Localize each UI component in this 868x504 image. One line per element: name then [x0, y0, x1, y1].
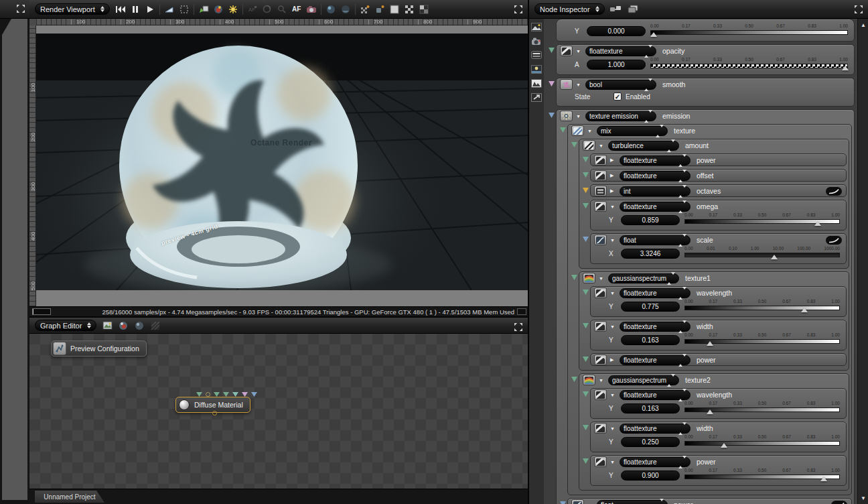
input-pin-blue[interactable] — [251, 392, 257, 397]
input-pin-teal[interactable] — [232, 392, 238, 397]
expander-icon[interactable]: ▶ — [610, 188, 616, 194]
tree-collapse-arrow[interactable] — [549, 48, 555, 53]
expand-icon[interactable] — [514, 5, 524, 15]
slider-bar[interactable] — [684, 441, 840, 446]
camera-picker-icon[interactable] — [305, 3, 318, 15]
slider[interactable]: 0.000.170.330.500.670.831.00 — [684, 332, 840, 346]
slider[interactable]: 0.000.170.330.500.670.831.00 — [684, 299, 840, 312]
tree-collapse-arrow[interactable] — [549, 113, 555, 118]
render-image[interactable]: Octane Render preview - 4cm grid — [36, 34, 528, 290]
graph-material-red-icon[interactable] — [117, 320, 130, 332]
environment-cat-icon[interactable] — [530, 64, 542, 74]
node-type-dropdown[interactable]: gaussianspectrum — [608, 273, 679, 284]
tree-collapse-arrow[interactable] — [560, 127, 566, 133]
inspector-scrollbar[interactable]: ▲ ▼ — [857, 19, 868, 504]
tree-collapse-arrow[interactable] — [571, 142, 577, 147]
expander-icon[interactable]: ▶ — [610, 357, 616, 363]
expander-icon[interactable]: ▶ — [610, 158, 616, 163]
expander-icon[interactable]: ▼ — [587, 129, 593, 133]
expand-icon[interactable] — [16, 4, 26, 14]
expander-icon[interactable]: ▼ — [610, 291, 616, 296]
tree-collapse-arrow[interactable] — [583, 237, 589, 242]
node-diffuse-material[interactable]: Diffuse Material — [175, 397, 250, 413]
gamma-icon[interactable] — [163, 3, 176, 15]
tree-collapse-arrow[interactable] — [583, 323, 589, 328]
expander-icon[interactable]: ▼ — [610, 324, 616, 329]
slider-handle[interactable] — [707, 341, 713, 346]
expand-icon[interactable] — [854, 5, 864, 15]
slider[interactable]: 0.000.170.330.500.670.831.00 — [684, 401, 840, 414]
input-pin-green[interactable] — [223, 392, 229, 397]
node-type-dropdown[interactable]: floattexture — [620, 202, 691, 212]
tree-collapse-arrow[interactable] — [583, 357, 589, 362]
tree-collapse-arrow[interactable] — [583, 157, 589, 162]
slider-handle[interactable] — [842, 66, 849, 70]
value-field[interactable]: 0.859 — [621, 215, 680, 225]
expander-icon[interactable]: ▼ — [576, 82, 582, 87]
graph-image-icon[interactable] — [100, 320, 114, 332]
scroll-up-icon[interactable]: ▲ — [858, 20, 868, 29]
af-label[interactable]: AF — [290, 3, 303, 15]
camera-cat-icon[interactable] — [530, 36, 542, 46]
expander-icon[interactable]: ▼ — [576, 114, 582, 119]
tree-collapse-arrow[interactable] — [583, 172, 589, 178]
node-type-dropdown[interactable]: floattexture — [620, 155, 691, 166]
copy-pick-icon[interactable] — [197, 3, 210, 15]
node-type-dropdown[interactable]: int — [620, 186, 691, 196]
copy-windows-icon[interactable] — [626, 3, 640, 15]
node-preview-configuration[interactable]: Preview Configuration — [51, 340, 147, 357]
slider[interactable]: 0.000.170.330.500.670.831.00 — [684, 468, 840, 481]
node-type-dropdown[interactable]: turbulence — [608, 141, 679, 151]
slider-handle[interactable] — [721, 443, 727, 448]
af-small-icon[interactable]: AF — [246, 3, 259, 15]
kernel-cat-icon[interactable] — [530, 92, 542, 103]
input-pin-green[interactable] — [196, 392, 202, 397]
collapsed-panel-bar[interactable] — [2, 19, 27, 500]
node-type-dropdown[interactable]: floattexture — [585, 46, 656, 56]
expander-icon[interactable]: ▼ — [576, 49, 582, 54]
slider-handle[interactable] — [771, 255, 778, 259]
checker-square-icon[interactable] — [403, 3, 416, 15]
node-type-dropdown[interactable]: texture emission — [585, 111, 656, 121]
slider-handle[interactable] — [814, 221, 821, 226]
expander-icon[interactable]: ▼ — [599, 143, 605, 148]
expand-icon[interactable] — [514, 322, 524, 332]
value-field[interactable]: 3.3246 — [621, 249, 680, 259]
tree-collapse-arrow[interactable] — [549, 81, 555, 86]
value-field[interactable]: 0.000 — [587, 26, 646, 36]
expander-icon[interactable]: ▼ — [610, 426, 616, 431]
expander-icon[interactable]: ▼ — [610, 393, 616, 397]
value-field[interactable]: 0.250 — [621, 437, 680, 447]
slider[interactable]: 0.000.170.330.500.670.831.00 — [650, 57, 848, 70]
slider-bar[interactable] — [650, 30, 848, 35]
node-type-dropdown[interactable]: floattexture — [620, 457, 691, 467]
tree-collapse-arrow[interactable] — [583, 425, 589, 430]
collapsed-panel[interactable] — [0, 0, 29, 504]
pause-icon[interactable] — [129, 3, 142, 15]
expander-icon[interactable]: ▼ — [599, 378, 605, 383]
expander-icon[interactable]: ▼ — [610, 204, 616, 209]
slider-bar[interactable] — [684, 253, 840, 257]
slider-handle[interactable] — [650, 32, 657, 37]
sphere-icon[interactable] — [324, 3, 338, 15]
half-square-icon[interactable] — [417, 3, 431, 15]
node-type-dropdown[interactable]: floattexture — [620, 424, 691, 434]
animation-curve-button[interactable] — [831, 501, 847, 504]
tree-collapse-arrow[interactable] — [583, 203, 589, 208]
solid-square-icon[interactable] — [388, 3, 401, 15]
tree-collapse-arrow[interactable] — [583, 290, 589, 295]
value-field[interactable]: 0.775 — [621, 302, 680, 312]
checker-add-icon[interactable] — [358, 3, 372, 15]
region-icon[interactable] — [177, 3, 191, 15]
value-field[interactable]: 0.163 — [621, 403, 680, 414]
node-type-dropdown[interactable]: float — [620, 235, 691, 245]
node-type-dropdown[interactable]: mix — [597, 126, 668, 136]
slider-handle[interactable] — [820, 477, 827, 481]
slider[interactable]: 0.000.010.101.0010.00100.001000.00 — [684, 246, 840, 259]
whitebalance-icon[interactable] — [261, 3, 274, 15]
tree-collapse-arrow[interactable] — [583, 458, 589, 464]
expander-icon[interactable]: ▼ — [599, 276, 605, 281]
slider[interactable]: 0.000.170.330.500.670.831.00 — [684, 212, 840, 226]
viewport-title-dropdown[interactable]: Render Viewport — [35, 3, 110, 15]
tree-collapse-arrow[interactable] — [571, 275, 577, 280]
